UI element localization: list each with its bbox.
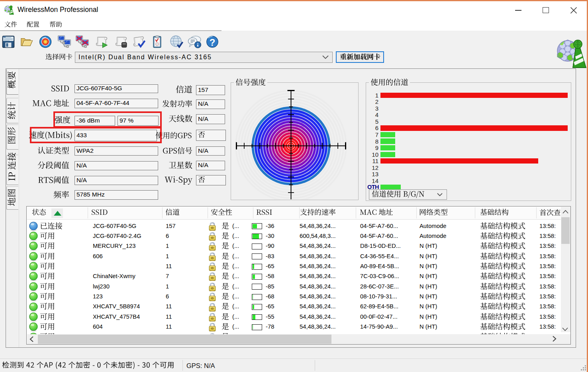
svg-text:?: ? bbox=[209, 37, 215, 48]
